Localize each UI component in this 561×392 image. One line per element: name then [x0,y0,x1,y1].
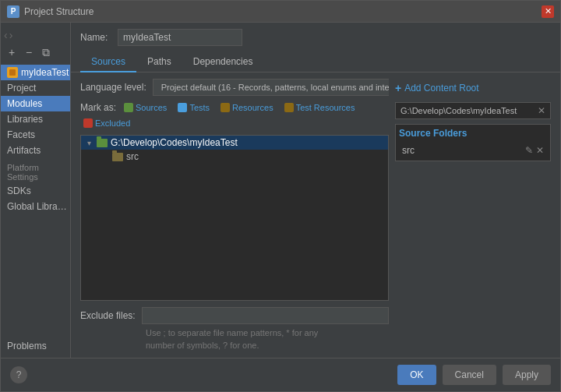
sources-color-icon [124,103,133,112]
test-resources-color-icon [284,103,294,112]
help-button[interactable]: ? [10,366,27,383]
exclude-hint: Use ; to separate file name patterns, * … [80,327,389,351]
module-item[interactable]: myIdeaTest [1,65,70,80]
sidebar-item-problems[interactable]: Problems [1,338,70,358]
plus-icon: + [395,82,401,94]
name-row: Name: [71,23,560,52]
content-root-remove[interactable]: ✕ [538,105,545,116]
excluded-color-icon [83,118,93,128]
sidebar-item-artifacts[interactable]: Artifacts [1,143,70,158]
back-arrow[interactable]: ‹ [4,29,8,41]
project-structure-dialog: P Project Structure ✕ ‹ › + − ⧉ myIdeaTe… [0,0,561,392]
mark-tests-button[interactable]: Tests [175,102,213,113]
main-panel: Name: Sources Paths Dependencies Languag… [71,23,560,358]
nav-arrows: ‹ › [1,26,70,43]
platform-settings-label: Platform Settings [1,158,70,183]
tab-content: Language level: Project default (16 - Re… [71,72,560,358]
content-root-path: G:\Develop\Codes\myIdeaTest ✕ [395,102,551,119]
tab-paths[interactable]: Paths [136,52,182,72]
right-pane: + Add Content Root G:\Develop\Codes\myId… [395,79,551,351]
forward-arrow[interactable]: › [9,29,13,41]
ok-button[interactable]: OK [397,365,436,385]
mark-as-label: Mark as: [80,102,116,113]
tree-root-label: G:\Develop\Codes\myIdeaTest [111,137,238,148]
module-icon-inner [9,69,16,76]
mark-sources-button[interactable]: Sources [121,102,170,113]
mark-resources-button[interactable]: Resources [217,102,277,113]
exclude-label: Exclude files: [80,310,136,321]
resources-color-icon [221,103,230,112]
name-input[interactable] [118,29,242,46]
source-folders-section: Source Folders src ✎ ✕ [395,124,551,161]
sidebar-item-project[interactable]: Project [1,80,70,96]
source-folder-actions: ✎ ✕ [525,145,544,156]
tree-item-src[interactable]: src [81,150,388,164]
add-content-root-button[interactable]: + Add Content Root [395,79,551,97]
tree-item-root[interactable]: ▾ G:\Develop\Codes\myIdeaTest [81,136,388,150]
root-folder-icon [97,139,108,147]
tabs: Sources Paths Dependencies [71,52,560,72]
sidebar-item-modules[interactable]: Modules [1,96,70,111]
language-level-row: Language level: Project default (16 - Re… [80,79,389,96]
left-pane: Language level: Project default (16 - Re… [80,79,389,351]
mark-test-resources-button[interactable]: Test Resources [281,102,358,113]
source-folder-item-src: src ✎ ✕ [399,143,547,157]
exclude-row: Exclude files: [80,307,389,324]
source-folders-title: Source Folders [399,128,547,139]
apply-button[interactable]: Apply [503,365,551,385]
name-label: Name: [80,32,111,43]
remove-source-folder-button[interactable]: ✕ [536,145,544,156]
sidebar-item-sdks[interactable]: SDKs [1,183,70,199]
language-level-select[interactable]: Project default (16 - Records, patterns,… [153,79,389,96]
sidebar-item-global-libraries[interactable]: Global Libra… [1,199,70,214]
mark-excluded-button[interactable]: Excluded [80,118,133,129]
sidebar-item-facets[interactable]: Facets [1,127,70,143]
tree-src-label: src [126,151,139,162]
dialog-footer: ? OK Cancel Apply [1,358,560,391]
tab-sources[interactable]: Sources [80,52,136,72]
mark-as-row: Mark as: Sources Tests Resources [80,102,389,129]
tab-dependencies[interactable]: Dependencies [182,52,264,72]
src-folder-icon [112,153,123,161]
sidebar-item-libraries[interactable]: Libraries [1,111,70,127]
source-folder-name: src [402,145,415,156]
add-content-root-label: Add Content Root [404,83,478,94]
add-module-button[interactable]: + [4,44,19,60]
title-bar: P Project Structure ✕ [1,1,560,23]
copy-module-button[interactable]: ⧉ [38,44,54,60]
exclude-input[interactable] [142,307,389,324]
cancel-button[interactable]: Cancel [443,365,496,385]
dialog-icon: P [7,5,19,18]
edit-source-folder-button[interactable]: ✎ [525,145,533,156]
tree-leaf-spacer [100,152,109,161]
dialog-body: ‹ › + − ⧉ myIdeaTest Project Modules [1,23,560,358]
sidebar: ‹ › + − ⧉ myIdeaTest Project Modules [1,23,71,358]
module-icon [7,67,18,78]
language-level-label: Language level: [80,82,146,93]
module-name: myIdeaTest [21,67,69,78]
tree-expand-arrow: ▾ [84,138,94,147]
file-tree[interactable]: ▾ G:\Develop\Codes\myIdeaTest src [80,135,389,301]
content-root-header: G:\Develop\Codes\myIdeaTest ✕ [400,105,545,116]
sidebar-toolbar: + − ⧉ [1,43,70,62]
remove-module-button[interactable]: − [21,44,37,60]
dialog-title: Project Structure [24,6,542,17]
tests-color-icon [178,103,187,112]
close-button[interactable]: ✕ [542,5,554,18]
content-root-path-text: G:\Develop\Codes\myIdeaTest [400,106,517,115]
